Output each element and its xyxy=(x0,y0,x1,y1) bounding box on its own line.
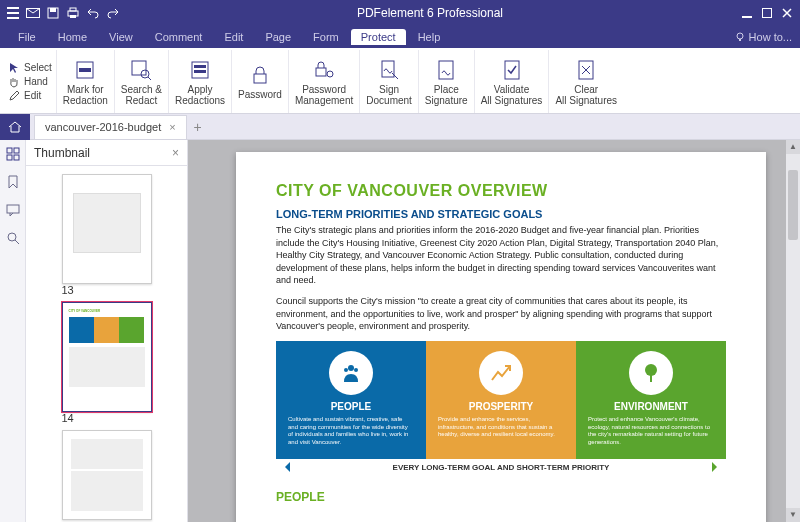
thumbnail-panel-icon[interactable] xyxy=(5,146,21,162)
menu-home[interactable]: Home xyxy=(48,29,97,45)
undo-icon[interactable] xyxy=(84,4,102,22)
svg-rect-2 xyxy=(7,17,19,19)
thumbnail-item[interactable]: 13 xyxy=(62,174,152,296)
app-title: PDFelement 6 Professional xyxy=(122,6,738,20)
search-panel-icon[interactable] xyxy=(5,230,21,246)
document-canvas[interactable]: CITY OF VANCOUVER OVERVIEW LONG-TERM PRI… xyxy=(188,140,800,522)
password-mgmt-button[interactable]: Password Management xyxy=(289,50,360,113)
svg-point-37 xyxy=(354,368,358,372)
close-button[interactable] xyxy=(778,4,796,22)
svg-point-11 xyxy=(737,33,743,39)
svg-rect-9 xyxy=(742,16,752,18)
svg-rect-5 xyxy=(50,8,56,12)
apply-redactions-button[interactable]: Apply Redactions xyxy=(169,50,232,113)
apply-redact-icon xyxy=(188,58,212,82)
select-tool[interactable]: Select xyxy=(8,61,52,75)
workspace: Thumbnail × 13 CITY OF VANCOUVER 14 15 C… xyxy=(0,140,800,522)
clear-signatures-button[interactable]: Clear All Signatures xyxy=(549,50,623,113)
svg-rect-29 xyxy=(14,148,19,153)
column-desc: Provide and enhance the services, infras… xyxy=(438,416,564,439)
menu-protect[interactable]: Protect xyxy=(351,29,406,45)
cursor-icon xyxy=(8,62,20,74)
lightbulb-icon xyxy=(735,32,745,42)
svg-rect-39 xyxy=(650,374,652,382)
password-button[interactable]: Password xyxy=(232,50,289,113)
svg-rect-30 xyxy=(7,155,12,160)
validate-signatures-button[interactable]: Validate All Signatures xyxy=(475,50,550,113)
add-tab-button[interactable]: + xyxy=(187,119,209,135)
svg-rect-12 xyxy=(739,39,741,41)
vertical-scrollbar[interactable]: ▲ ▼ xyxy=(786,140,800,522)
document-tab[interactable]: vancouver-2016-budget × xyxy=(34,115,187,139)
thumbnail-header: Thumbnail × xyxy=(26,140,187,166)
annotation-panel-icon[interactable] xyxy=(5,202,21,218)
svg-rect-32 xyxy=(7,205,19,213)
menu-edit[interactable]: Edit xyxy=(214,29,253,45)
print-icon[interactable] xyxy=(64,4,82,22)
svg-point-23 xyxy=(327,71,333,77)
svg-point-33 xyxy=(8,233,16,241)
lock-gear-icon xyxy=(312,58,336,82)
svg-rect-0 xyxy=(7,7,19,9)
page-heading-2: LONG-TERM PRIORITIES AND STRATEGIC GOALS xyxy=(276,208,726,220)
svg-rect-22 xyxy=(316,68,326,76)
thumbnail-pane: Thumbnail × 13 CITY OF VANCOUVER 14 15 xyxy=(26,140,188,522)
svg-rect-28 xyxy=(7,148,12,153)
thumbnail-title: Thumbnail xyxy=(34,146,90,160)
people-icon xyxy=(329,351,373,395)
svg-point-36 xyxy=(344,368,348,372)
menu-file[interactable]: File xyxy=(8,29,46,45)
edit-tool[interactable]: Edit xyxy=(8,89,41,103)
hand-tool[interactable]: Hand xyxy=(8,75,48,89)
ribbon: Select Hand Edit Mark for Redaction Sear… xyxy=(0,48,800,114)
thumbnail-item[interactable]: CITY OF VANCOUVER 14 xyxy=(62,302,152,424)
menu-help[interactable]: Help xyxy=(408,29,451,45)
app-menu-icon[interactable] xyxy=(4,4,22,22)
svg-rect-1 xyxy=(7,12,19,14)
scroll-down-icon[interactable]: ▼ xyxy=(786,508,800,522)
column-prosperity: PROSPERITY Provide and enhance the servi… xyxy=(426,341,576,461)
environment-icon xyxy=(629,351,673,395)
maximize-button[interactable] xyxy=(758,4,776,22)
svg-line-34 xyxy=(15,240,19,244)
minimize-button[interactable] xyxy=(738,4,756,22)
document-page: CITY OF VANCOUVER OVERVIEW LONG-TERM PRI… xyxy=(236,152,766,522)
svg-line-17 xyxy=(148,77,151,80)
menu-form[interactable]: Form xyxy=(303,29,349,45)
redo-icon[interactable] xyxy=(104,4,122,22)
menu-page[interactable]: Page xyxy=(255,29,301,45)
column-people: PEOPLE Cultivate and sustain vibrant, cr… xyxy=(276,341,426,461)
page-paragraph: Council supports the City's mission "to … xyxy=(276,295,726,333)
svg-rect-7 xyxy=(70,8,76,11)
scroll-up-icon[interactable]: ▲ xyxy=(786,140,800,154)
mark-redaction-button[interactable]: Mark for Redaction xyxy=(57,50,115,113)
save-icon[interactable] xyxy=(44,4,62,22)
menu-bar: File Home View Comment Edit Page Form Pr… xyxy=(0,26,800,48)
thumbnail-label: 14 xyxy=(62,412,152,424)
bookmark-panel-icon[interactable] xyxy=(5,174,21,190)
pencil-icon xyxy=(8,90,20,102)
howto-link[interactable]: How to... xyxy=(735,31,792,43)
tab-close-icon[interactable]: × xyxy=(169,121,175,133)
column-title: PROSPERITY xyxy=(438,401,564,412)
svg-point-35 xyxy=(348,365,354,371)
mail-icon[interactable] xyxy=(24,4,42,22)
column-desc: Protect and enhance Vancouver's climate,… xyxy=(588,416,714,447)
search-redact-icon xyxy=(129,58,153,82)
validate-icon xyxy=(500,58,524,82)
place-signature-button[interactable]: Place Signature xyxy=(419,50,475,113)
thumbnail-list[interactable]: 13 CITY OF VANCOUVER 14 15 xyxy=(26,166,187,522)
home-tab[interactable] xyxy=(0,114,30,140)
menu-comment[interactable]: Comment xyxy=(145,29,213,45)
thumbnail-close-icon[interactable]: × xyxy=(172,146,179,160)
thumbnail-item[interactable]: 15 xyxy=(62,430,152,522)
three-column-graphic: PEOPLE Cultivate and sustain vibrant, cr… xyxy=(276,341,726,461)
menu-view[interactable]: View xyxy=(99,29,143,45)
sign-icon xyxy=(377,58,401,82)
search-redact-button[interactable]: Search & Redact xyxy=(115,50,169,113)
redaction-icon xyxy=(73,58,97,82)
sign-document-button[interactable]: Sign Document xyxy=(360,50,419,113)
svg-rect-19 xyxy=(194,65,206,68)
svg-rect-8 xyxy=(70,15,76,18)
scroll-thumb[interactable] xyxy=(788,170,798,240)
